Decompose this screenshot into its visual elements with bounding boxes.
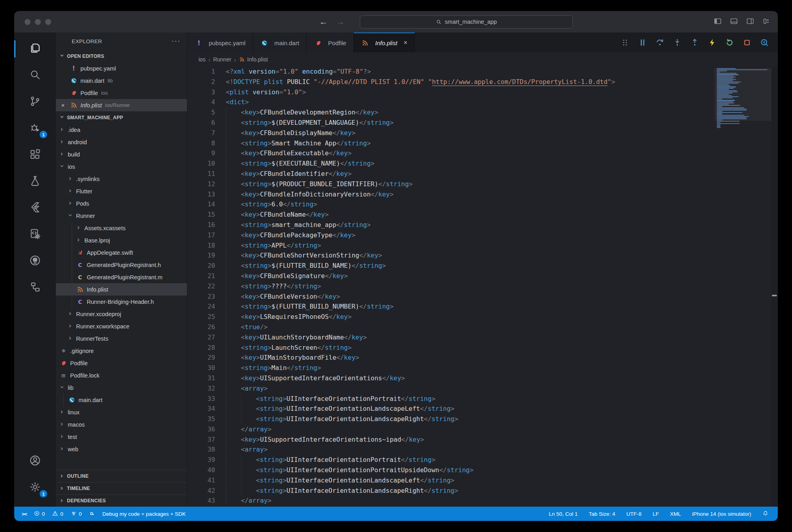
code-line-42[interactable]: 42<string>UIInterfaceOrientationLandscap…	[187, 486, 778, 496]
line-number[interactable]: 34	[187, 404, 215, 414]
breadcrumb-item-Runner[interactable]: Runner	[213, 56, 231, 63]
line-number[interactable]: 36	[187, 424, 215, 435]
tree-item-test[interactable]: ›test	[56, 431, 187, 443]
status-right-tab-size-4[interactable]: Tab Size: 4	[585, 511, 619, 517]
inspector-button[interactable]	[760, 38, 769, 47]
step-out-button[interactable]	[690, 38, 699, 47]
tab-Podfile[interactable]: Podfile	[307, 32, 354, 52]
code-line-9[interactable]: 9<key>CFBundleExecutable</key>	[187, 148, 778, 158]
activity-testing-button[interactable]	[14, 168, 56, 195]
code-line-29[interactable]: 29<key>UIMainStoryboardFile</key>	[187, 353, 778, 363]
code-line-22[interactable]: 22<string>????</string>	[187, 281, 778, 292]
line-number[interactable]: 25	[187, 312, 215, 322]
activity-settings-button[interactable]: 1	[14, 475, 56, 501]
tab-main.dart[interactable]: main.dart	[253, 32, 307, 52]
line-number[interactable]: 26	[187, 322, 215, 332]
tree-item-AppDelegate.swift[interactable]: AppDelegate.swift	[56, 246, 187, 259]
code-line-32[interactable]: 32<array>	[187, 383, 778, 394]
activity-accounts-button[interactable]	[14, 448, 56, 475]
line-number[interactable]: 28	[187, 343, 215, 353]
forward-button[interactable]: →	[336, 17, 345, 27]
line-number[interactable]: 33	[187, 394, 215, 404]
breadcrumb-item-ios[interactable]: ios	[198, 56, 206, 63]
activity-project-manager-button[interactable]	[14, 221, 56, 248]
line-number[interactable]: 14	[187, 199, 215, 210]
open-editor-pubspec.yaml[interactable]: !pubspec.yaml	[56, 62, 187, 74]
open-editor-main.dart[interactable]: main.dartlib	[56, 74, 187, 87]
status-left-debug-my-code-packages-sdk[interactable]: Debug my code + packages + SDK	[99, 511, 189, 517]
code-line-14[interactable]: 14<string>6.0</string>	[187, 199, 778, 210]
code-line-20[interactable]: 20<string>$(FLUTTER_BUILD_NAME)</string>	[187, 261, 778, 271]
code-line-38[interactable]: 38<array>	[187, 444, 778, 455]
line-number[interactable]: 7	[187, 128, 215, 138]
tree-item-linux[interactable]: ›linux	[56, 406, 187, 418]
code-line-11[interactable]: 11<key>CFBundleIdentifier</key>	[187, 169, 778, 179]
code-line-12[interactable]: 12<string>$(PRODUCT_BUNDLE_IDENTIFIER)</…	[187, 179, 778, 189]
minimap[interactable]	[717, 68, 769, 128]
line-number[interactable]: 8	[187, 138, 215, 149]
section-timeline[interactable]: ›TIMELINE	[56, 482, 187, 494]
tree-item-android[interactable]: ›android	[56, 136, 187, 148]
code-line-33[interactable]: 33<string>UIInterfaceOrientationPortrait…	[187, 394, 778, 404]
tree-item-build[interactable]: ›build	[56, 148, 187, 160]
activity-references-button[interactable]	[14, 275, 56, 301]
code-line-19[interactable]: 19<key>CFBundleShortVersionString</key>	[187, 250, 778, 261]
tree-item-Runner-Bridging-Header.h[interactable]: CRunner-Bridging-Header.h	[56, 296, 187, 308]
line-number[interactable]: 39	[187, 455, 215, 465]
tree-item-.symlinks[interactable]: ›.symlinks	[56, 173, 187, 185]
line-number[interactable]: 38	[187, 444, 215, 455]
code-editor[interactable]: 1<?xml version="1.0" encoding="UTF-8"?>2…	[187, 67, 778, 507]
line-number[interactable]: 22	[187, 281, 215, 292]
line-number[interactable]: 24	[187, 301, 215, 312]
activity-search-button[interactable]	[14, 62, 56, 89]
tree-item-Flutter[interactable]: ›Flutter	[56, 185, 187, 197]
line-number[interactable]: 27	[187, 332, 215, 343]
tree-item-Info.plist[interactable]: Info.plist	[56, 283, 187, 296]
line-number[interactable]: 13	[187, 189, 215, 200]
code-line-31[interactable]: 31<key>UISupportedInterfaceOrientations<…	[187, 373, 778, 383]
tree-item-GeneratedPluginRegistrant.m[interactable]: CGeneratedPluginRegistrant.m	[56, 271, 187, 283]
code-line-13[interactable]: 13<key>CFBundleInfoDictionaryVersion</ke…	[187, 189, 778, 200]
open-editors-header[interactable]: › OPEN EDITORS	[56, 50, 187, 62]
code-line-16[interactable]: 16<string>smart_machine_app</string>	[187, 220, 778, 230]
tree-item-Base.lproj[interactable]: ›Base.lproj	[56, 234, 187, 246]
command-center-search[interactable]: smart_machine_app	[360, 15, 573, 29]
toggle-secondary-sidebar-button[interactable]	[746, 17, 754, 27]
toggle-primary-sidebar-button[interactable]	[714, 17, 722, 27]
tree-item-main.dart[interactable]: main.dart	[56, 394, 187, 406]
tree-item-ios[interactable]: ›ios	[56, 160, 187, 173]
close-tab-icon[interactable]: ×	[404, 39, 407, 46]
status-left-debug-config[interactable]	[85, 510, 99, 518]
tree-item-.gitignore[interactable]: .gitignore	[56, 345, 187, 357]
code-line-7[interactable]: 7<key>CFBundleDisplayName</key>	[187, 128, 778, 138]
code-line-3[interactable]: 3<plist version="1.0">	[187, 87, 778, 97]
code-line-24[interactable]: 24<string>$(FLUTTER_BUILD_NUMBER)</strin…	[187, 301, 778, 312]
code-line-18[interactable]: 18<string>APPL</string>	[187, 240, 778, 251]
zoom-window-button[interactable]	[45, 19, 51, 25]
breadcrumb-item-Info.plist[interactable]: Info.plist	[239, 55, 268, 63]
code-line-6[interactable]: 6<string>$(DEVELOPMENT_LANGUAGE)</string…	[187, 118, 778, 128]
line-number[interactable]: 31	[187, 373, 215, 383]
activity-explorer-button[interactable]	[14, 36, 56, 62]
line-number[interactable]: 43	[187, 496, 215, 506]
scrollbar[interactable]	[771, 67, 778, 507]
stop-button[interactable]	[742, 38, 752, 47]
tree-item-Assets.xcassets[interactable]: ›Assets.xcassets	[56, 222, 187, 234]
tree-item-RunnerTests[interactable]: ›RunnerTests	[56, 332, 187, 345]
back-button[interactable]: ←	[319, 17, 328, 27]
line-number[interactable]: 32	[187, 383, 215, 394]
status-right-lf[interactable]: LF	[649, 511, 662, 517]
line-number[interactable]: 41	[187, 475, 215, 486]
line-number[interactable]: 40	[187, 465, 215, 475]
line-number[interactable]: 23	[187, 292, 215, 302]
status-left-0[interactable]: 0	[67, 510, 86, 518]
status-left-remote[interactable]: ><	[18, 511, 30, 517]
activity-flutter-button[interactable]	[14, 195, 56, 221]
code-line-25[interactable]: 25<key>LSRequiresIPhoneOS</key>	[187, 312, 778, 322]
tree-item-GeneratedPluginRegistrant.h[interactable]: CGeneratedPluginRegistrant.h	[56, 259, 187, 271]
line-number[interactable]: 12	[187, 179, 215, 189]
activity-run-debug-button[interactable]: 1	[14, 115, 56, 142]
activity-github-button[interactable]	[14, 248, 56, 275]
close-window-button[interactable]	[25, 19, 31, 25]
pause-button[interactable]	[638, 38, 647, 47]
